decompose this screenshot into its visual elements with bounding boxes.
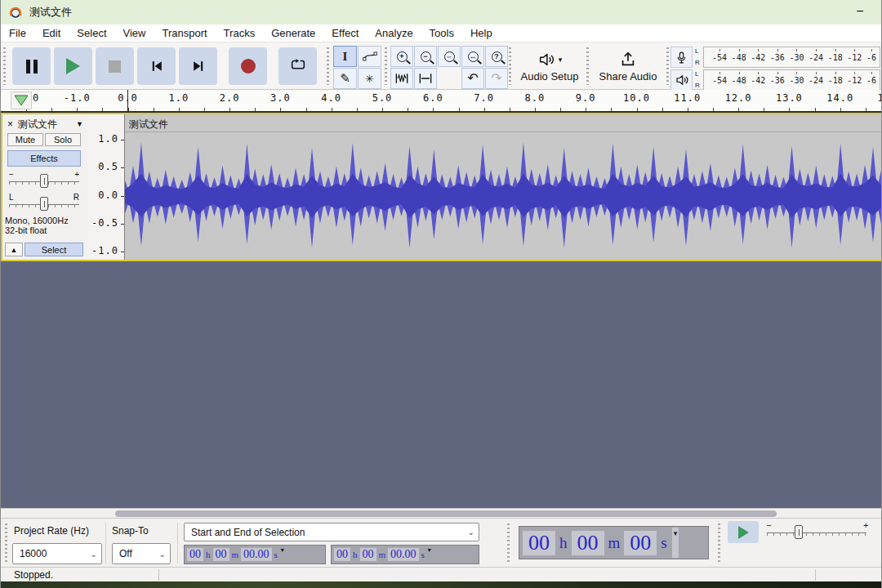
play-button[interactable] [54, 47, 92, 85]
meter-db-label: -12 [847, 76, 862, 85]
horizontal-scrollbar-thumb[interactable] [115, 510, 777, 517]
time-digit-group[interactable]: 00 [213, 548, 229, 561]
microphone-icon [675, 50, 688, 65]
menu-transport[interactable]: Transport [154, 25, 215, 41]
selection-tool-button[interactable]: I [333, 46, 357, 67]
channel-label: L [695, 71, 702, 78]
audio-setup-button[interactable]: ▾ Audio Setup [514, 47, 586, 85]
waveform-area[interactable]: 测试文件 [125, 114, 881, 260]
zoom-out-button[interactable]: − [414, 46, 437, 67]
minimize-button[interactable]: − [847, 2, 873, 21]
horizontal-scrollbar[interactable] [1, 508, 881, 518]
record-meter-scale[interactable]: -54-48-42-36-30-24-18-12-6 [703, 47, 880, 68]
menu-select[interactable]: Select [69, 25, 114, 41]
solo-button[interactable]: Solo [45, 133, 81, 146]
zoom-in-button[interactable]: + [390, 46, 413, 67]
record-meter-mic-button[interactable] [670, 47, 693, 68]
timeline-ruler[interactable]: -2.0-1.00.01.02.03.04.05.06.07.08.09.010… [1, 90, 881, 113]
waveform-plot[interactable] [125, 133, 881, 259]
effects-button[interactable]: Effects [7, 150, 81, 167]
menu-generate[interactable]: Generate [263, 25, 323, 41]
play-at-speed-button[interactable] [728, 521, 759, 543]
loop-button[interactable] [278, 47, 317, 85]
project-rate-select[interactable]: 16000 ⌄ [12, 543, 102, 564]
toolbar-grip[interactable] [509, 47, 511, 85]
select-track-button[interactable]: Select [24, 243, 83, 256]
time-digit-group[interactable]: 00.00 [241, 548, 272, 561]
time-unit-label: h [204, 550, 212, 559]
time-digit-group[interactable]: 00 [360, 548, 376, 561]
green-triangle-icon [14, 95, 29, 106]
track-name[interactable]: 测试文件 [18, 118, 57, 131]
skip-to-end-button[interactable] [179, 47, 217, 85]
loop-region-button[interactable] [11, 91, 32, 109]
zoom-toggle-button[interactable]: ? [485, 46, 508, 67]
recording-meter[interactable]: LR -54-48-42-36-30-24-18-12-6 [670, 47, 880, 68]
menu-tracks[interactable]: Tracks [216, 25, 264, 41]
clip-header[interactable]: 测试文件 [125, 114, 881, 132]
share-audio-button[interactable]: Share Audio [590, 47, 666, 85]
pan-slider-thumb[interactable] [40, 197, 48, 211]
audacity-window: 测试文件 − FileEditSelectViewTransportTracks… [0, 0, 882, 588]
draw-tool-button[interactable]: ✎ [333, 68, 357, 89]
time-field-dropdown-icon[interactable]: ▾ [281, 546, 284, 554]
menu-help[interactable]: Help [462, 25, 501, 41]
time-digit-group[interactable]: 00 [624, 531, 657, 555]
collapse-track-button[interactable]: ▲ [5, 243, 23, 256]
selection-start-time-field[interactable]: 00h00m00.00s▾ [184, 545, 326, 564]
menu-view[interactable]: View [115, 25, 154, 41]
menu-edit[interactable]: Edit [34, 25, 69, 41]
toolbar-grip[interactable] [327, 47, 329, 85]
redo-button[interactable]: ↷ [485, 68, 508, 89]
mute-button[interactable]: Mute [7, 133, 43, 146]
selection-range-mode-select[interactable]: Start and End of Selection ⌄ [184, 523, 479, 541]
fit-selection-button[interactable]: ⇔ [438, 46, 461, 67]
skip-to-start-button[interactable] [137, 47, 176, 85]
fit-project-button[interactable]: ↔ [461, 46, 484, 67]
time-field-dropdown-icon[interactable]: ▾ [672, 528, 679, 558]
meter-db-label: -24 [808, 76, 823, 85]
play-meter-scale[interactable]: -54-48-42-36-30-24-18-12-6 [703, 69, 880, 91]
menu-file[interactable]: File [1, 25, 34, 41]
menu-tools[interactable]: Tools [421, 25, 462, 41]
audio-position-field[interactable]: 00h00m00s▾ [519, 526, 709, 559]
track-close-button[interactable]: × [4, 118, 16, 130]
play-speed-thumb[interactable] [795, 525, 803, 539]
meter-db-label: -54 [712, 76, 727, 85]
time-digit-group[interactable]: 00.00 [388, 548, 419, 561]
selection-end-time-field[interactable]: 00h00m00.00s▾ [331, 545, 479, 564]
meter-db-label: -6 [866, 76, 876, 85]
record-button[interactable] [229, 47, 267, 85]
track-menu-chevron-icon[interactable]: ▼ [76, 120, 83, 128]
menu-effect[interactable]: Effect [323, 25, 367, 41]
toolbar-grip[interactable] [385, 47, 387, 85]
play-meter-speaker-button[interactable] [670, 69, 693, 91]
gain-slider-thumb[interactable] [40, 174, 48, 188]
toolbar-grip[interactable] [718, 523, 720, 563]
timeline-label: 0.0 [109, 92, 148, 104]
toolbar-grip[interactable] [666, 47, 669, 85]
stop-button[interactable] [96, 47, 134, 85]
time-digit-group[interactable]: 00 [334, 548, 350, 561]
trim-audio-button[interactable] [390, 68, 413, 89]
toolbar-grip[interactable] [586, 47, 589, 85]
time-digit-group[interactable]: 00 [523, 531, 555, 555]
time-digit-group[interactable]: 00 [187, 548, 203, 561]
playback-meter[interactable]: LR -54-48-42-36-30-24-18-12-6 [670, 69, 880, 91]
time-field-dropdown-icon[interactable]: ▾ [428, 546, 431, 554]
undo-button[interactable]: ↶ [461, 68, 484, 89]
toolbar-grip[interactable] [507, 523, 510, 563]
gain-slider[interactable]: − + [7, 172, 81, 191]
envelope-tool-button[interactable] [358, 46, 381, 67]
toolbar-grip[interactable] [3, 47, 6, 85]
vertical-scale-ruler[interactable]: 1.00.50.0-0.5-1.0 [87, 114, 125, 260]
silence-audio-button[interactable] [414, 68, 437, 89]
menu-analyze[interactable]: Analyze [367, 25, 421, 41]
play-speed-slider[interactable]: − + [762, 519, 871, 544]
multi-tool-tool-button[interactable]: ✳ [358, 68, 381, 89]
pan-slider[interactable]: L R [7, 194, 81, 214]
snap-to-select[interactable]: Off ⌄ [112, 543, 171, 564]
toolbar-grip[interactable] [5, 523, 7, 563]
pause-button[interactable] [12, 47, 51, 85]
time-digit-group[interactable]: 00 [572, 531, 604, 555]
